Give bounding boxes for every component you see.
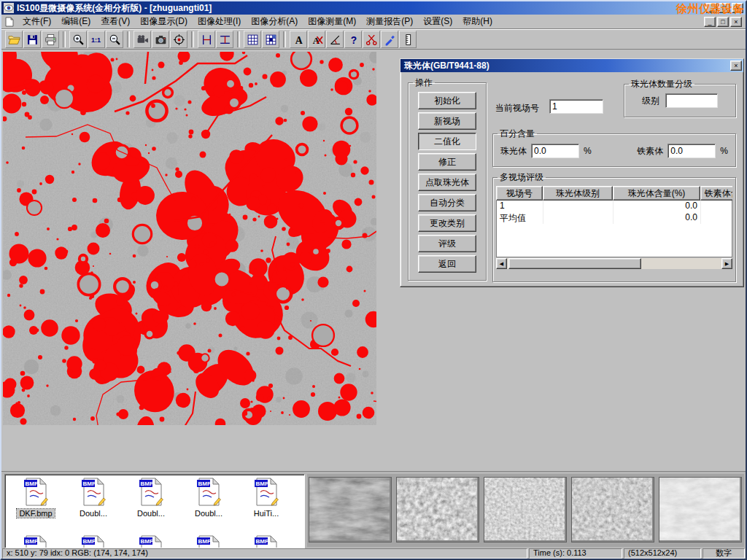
- file-item[interactable]: BMP: [181, 534, 236, 548]
- ferrite-unit: %: [720, 146, 728, 156]
- operation-button[interactable]: 初始化: [418, 92, 476, 109]
- thumbnail-image[interactable]: [396, 477, 479, 542]
- scroll-left-button[interactable]: ◀: [496, 258, 507, 269]
- file-item[interactable]: BMPHuiTi...: [239, 477, 294, 518]
- measure-horizontal-icon: [219, 34, 231, 46]
- dialog-close-button[interactable]: ×: [730, 61, 742, 71]
- zoom-out-button[interactable]: [106, 31, 123, 48]
- app-icon: [4, 3, 14, 13]
- save-icon: [26, 34, 39, 46]
- grid-dark-icon: [265, 34, 277, 46]
- file-item[interactable]: BMP: [66, 534, 121, 548]
- file-item[interactable]: BMP: [8, 534, 63, 548]
- thumbnail-image[interactable]: [571, 477, 654, 542]
- operation-button[interactable]: 更改类别: [418, 214, 476, 232]
- workspace: 珠光体(GB/T9441-88) × 操作 初始化新视场二值化修正点取珠光体自动…: [1, 50, 746, 471]
- thumbnail-image[interactable]: [309, 477, 392, 542]
- scrollbar-thumb[interactable]: [508, 258, 641, 269]
- operation-button[interactable]: 修正: [418, 153, 476, 171]
- table-cell: 平均值: [497, 212, 543, 224]
- menu-item[interactable]: 图像显示(D): [135, 15, 193, 28]
- operation-button[interactable]: 二值化: [418, 133, 476, 150]
- menu-item[interactable]: 帮助(H): [457, 15, 498, 28]
- file-item[interactable]: BMPDoubl...: [181, 477, 236, 518]
- file-item[interactable]: BMPDoubl...: [66, 477, 121, 518]
- time-status: Time (s): 0.113: [529, 548, 622, 559]
- thumbnail-image[interactable]: [659, 477, 742, 542]
- print-button[interactable]: [42, 31, 59, 48]
- menu-item[interactable]: 查看(V): [96, 15, 135, 28]
- menu-item[interactable]: 图像分析(A): [246, 15, 303, 28]
- measure-horizontal-button[interactable]: [216, 31, 233, 48]
- menu-item[interactable]: 测量报告(P): [361, 15, 418, 28]
- ruler-button[interactable]: [399, 31, 417, 48]
- file-item[interactable]: BMP: [123, 534, 179, 548]
- table-header-cell: 铁素体含量(%): [700, 186, 732, 201]
- file-name-label: HuiTi...: [252, 509, 281, 518]
- maximize-button[interactable]: □: [719, 3, 730, 13]
- operation-button[interactable]: 点取珠光体: [418, 174, 476, 191]
- file-item[interactable]: BMPDKF.bmp: [8, 477, 63, 518]
- menu-item[interactable]: 图像测量(M): [303, 15, 361, 28]
- table-cell: [701, 201, 732, 212]
- operation-button[interactable]: 返回: [418, 255, 476, 273]
- scroll-right-button[interactable]: ▶: [721, 258, 732, 269]
- color-picker-icon: [384, 34, 396, 46]
- menu-item[interactable]: 图像处理(I): [193, 15, 246, 28]
- text-annotation-button[interactable]: A: [290, 31, 307, 48]
- thumbnail-image[interactable]: [484, 477, 567, 542]
- text-delete-button[interactable]: A: [308, 31, 325, 48]
- grid-button[interactable]: [244, 31, 261, 48]
- percent-group-label: 百分含量: [498, 128, 537, 140]
- angle-measure-button[interactable]: [326, 31, 344, 48]
- operation-button[interactable]: 新视场: [418, 112, 476, 130]
- menu-item[interactable]: 文件(F): [18, 15, 56, 28]
- dialog-title: 珠光体(GB/T9441-88): [404, 60, 489, 72]
- bmp-file-icon: BMP: [253, 477, 279, 506]
- grade-input[interactable]: [665, 93, 718, 108]
- operation-button[interactable]: 评级: [418, 235, 476, 252]
- cut-button[interactable]: [363, 31, 380, 48]
- measure-vertical-icon: [201, 34, 213, 46]
- operation-button[interactable]: 自动分类: [418, 194, 476, 211]
- save-button[interactable]: [23, 31, 41, 48]
- close-button[interactable]: ×: [732, 3, 743, 13]
- bmp-file-icon: BMP: [80, 477, 107, 506]
- document-icon: [4, 17, 15, 27]
- target-button[interactable]: [170, 31, 187, 48]
- child-window-controls: _□×: [704, 17, 744, 27]
- zoom-in-button[interactable]: [69, 31, 87, 48]
- video-camera-button[interactable]: [133, 31, 151, 48]
- help-button[interactable]: ?: [344, 31, 362, 48]
- file-item[interactable]: BMPDoubl...: [123, 477, 179, 518]
- close-button[interactable]: ×: [730, 17, 742, 27]
- table-row[interactable]: 10.0: [497, 201, 732, 212]
- minimize-button[interactable]: _: [704, 17, 716, 27]
- ferrite-percent-input[interactable]: [667, 144, 716, 158]
- grid-dark-button[interactable]: [262, 31, 279, 48]
- actual-size-icon: 1:1: [90, 34, 103, 46]
- video-camera-icon: [136, 34, 149, 46]
- micrograph-image[interactable]: [3, 52, 376, 425]
- horizontal-scrollbar[interactable]: ◀ ▶: [496, 258, 732, 269]
- menu-item[interactable]: 编辑(E): [56, 15, 96, 28]
- print-icon: [44, 34, 57, 46]
- camera-capture-button[interactable]: [152, 31, 169, 48]
- actual-size-button[interactable]: 1:1: [88, 31, 105, 48]
- table-cell: 1: [497, 201, 543, 212]
- open-file-button[interactable]: [5, 31, 23, 48]
- current-field-input[interactable]: [549, 99, 603, 114]
- color-picker-button[interactable]: [381, 31, 398, 48]
- restore-button[interactable]: □: [717, 17, 729, 27]
- file-item[interactable]: BMP: [239, 534, 294, 548]
- bottom-panel: BMPDKF.bmpBMPDoubl...BMPDoubl...BMPDoubl…: [1, 471, 746, 548]
- measure-vertical-button[interactable]: [198, 31, 215, 48]
- table-row[interactable]: 平均值0.0: [497, 212, 732, 224]
- pearlite-percent-input[interactable]: [531, 144, 579, 158]
- pearlite-dialog: 珠光体(GB/T9441-88) × 操作 初始化新视场二值化修正点取珠光体自动…: [400, 58, 744, 287]
- scrollbar-track[interactable]: [507, 258, 721, 269]
- ferrite-label: 铁素体: [637, 145, 663, 158]
- minimize-button[interactable]: _: [705, 3, 717, 13]
- menu-item[interactable]: 设置(S): [418, 15, 457, 28]
- pearlite-grade-group: 珠光体数量分级 级别: [624, 78, 736, 117]
